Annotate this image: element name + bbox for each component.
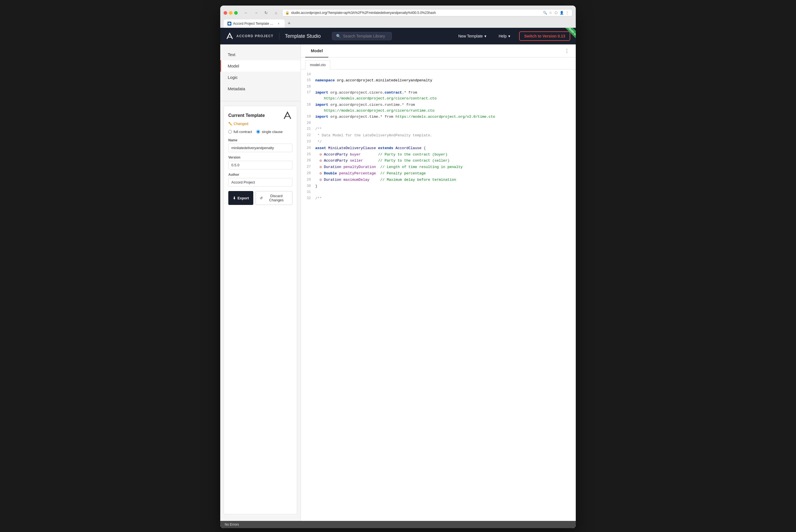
- app-wrapper: ACCORD PROJECT Template Studio 🔍 Search …: [220, 28, 576, 528]
- code-line-18: 18 import org.accordproject.cicero.runti…: [301, 102, 576, 114]
- code-line-22: 22 * Data Model for the LateDeliveryAndP…: [301, 132, 576, 139]
- code-line-17: 17 import org.accordproject.cicero.contr…: [301, 90, 576, 102]
- ct-changed-label: Changed: [233, 121, 248, 126]
- sidebar-item-text[interactable]: Text: [220, 49, 301, 60]
- code-line-16: 16: [301, 84, 576, 90]
- tab-model-label: Model: [311, 48, 323, 53]
- sidebar-nav: Text Model Logic Metadata: [220, 49, 301, 94]
- single-clause-radio[interactable]: [257, 130, 260, 134]
- ct-header: Current Template: [228, 111, 292, 120]
- template-logo-icon: [282, 111, 292, 120]
- code-line-19: 19 import org.accordproject.time.* from …: [301, 114, 576, 120]
- sidebar-item-model[interactable]: Model: [220, 60, 301, 72]
- single-clause-radio-label[interactable]: single clause: [257, 130, 282, 134]
- code-line-27: 27 o Duration penaltyDuration // Length …: [301, 164, 576, 170]
- extensions-icon[interactable]: ⬡: [554, 11, 558, 15]
- code-line-26: 26 o AccordParty seller // Party to the …: [301, 158, 576, 164]
- tab-favicon: [227, 22, 231, 25]
- search-bar[interactable]: 🔍 Search Template Library: [332, 32, 392, 40]
- profile-icon[interactable]: 👤: [560, 11, 564, 15]
- sidebar-item-metadata[interactable]: Metadata: [220, 83, 301, 94]
- help-label: Help: [498, 34, 507, 38]
- full-contract-radio[interactable]: [228, 130, 232, 134]
- help-arrow-icon: ▾: [508, 34, 510, 38]
- code-line-23: 23 */: [301, 139, 576, 145]
- sidebar-item-logic[interactable]: Logic: [220, 72, 301, 83]
- code-line-20: 20: [301, 120, 576, 126]
- more-icon[interactable]: ⋮: [565, 11, 569, 15]
- app-name: Template Studio: [285, 33, 321, 39]
- search-placeholder: Search Template Library: [343, 34, 385, 38]
- navbar: ACCORD PROJECT Template Studio 🔍 Search …: [220, 28, 576, 44]
- status-bar: No Errors: [220, 521, 576, 528]
- full-contract-radio-label[interactable]: full contract: [228, 130, 252, 134]
- browser-window: ← → ↻ ⌂ 🔒 studio.accordproject.org/?temp…: [220, 5, 576, 528]
- status-message: No Errors: [225, 522, 239, 527]
- browser-chrome: ← → ↻ ⌂ 🔒 studio.accordproject.org/?temp…: [220, 5, 576, 28]
- code-line-31: 31: [301, 189, 576, 195]
- export-label: Export: [238, 196, 249, 200]
- name-input[interactable]: [228, 144, 292, 152]
- forward-button[interactable]: →: [252, 9, 260, 17]
- code-line-21: 21 /**: [301, 126, 576, 132]
- close-window-button[interactable]: [224, 11, 227, 15]
- new-tab-button[interactable]: +: [285, 19, 293, 27]
- browser-controls: ← → ↻ ⌂ 🔒 studio.accordproject.org/?temp…: [224, 9, 572, 17]
- single-clause-label: single clause: [262, 130, 282, 134]
- sidebar-item-logic-label: Logic: [228, 75, 238, 80]
- download-icon: ⬇: [233, 196, 236, 200]
- content-tab-actions: ⋮: [563, 46, 571, 55]
- ct-changed-indicator: ✏️ Changed: [228, 121, 292, 126]
- help-button[interactable]: Help ▾: [495, 32, 514, 40]
- traffic-lights: [224, 11, 238, 15]
- sidebar-item-metadata-label: Metadata: [228, 87, 245, 91]
- code-line-30: 30 }: [301, 183, 576, 190]
- minimize-window-button[interactable]: [229, 11, 232, 15]
- tab-title: Accord Project Template Studi...: [233, 22, 275, 25]
- file-tab-model-cto[interactable]: model.cto: [305, 60, 330, 70]
- refresh-button[interactable]: ↻: [262, 9, 270, 17]
- discard-changes-button[interactable]: ↺ Discard Changes: [255, 191, 292, 205]
- file-tabs: model.cto: [301, 57, 576, 70]
- full-contract-label: full contract: [233, 130, 252, 134]
- more-options-button[interactable]: ⋮: [563, 46, 571, 55]
- author-label: Author: [228, 173, 292, 176]
- search-icon[interactable]: 🔍: [543, 11, 547, 15]
- home-button[interactable]: ⌂: [272, 9, 280, 17]
- name-label: Name: [228, 138, 292, 142]
- new-template-button[interactable]: New Template ▾: [455, 32, 490, 40]
- ct-actions: ⬇ Export ↺ Discard Changes: [228, 191, 292, 205]
- code-line-15: 15 namespace org.accordproject.minilated…: [301, 77, 576, 84]
- tab-model[interactable]: Model: [305, 44, 328, 57]
- sidebar: Text Model Logic Metadata: [220, 44, 301, 521]
- maximize-window-button[interactable]: [234, 11, 238, 15]
- switch-version-button[interactable]: Switch to Version 0.13: [519, 31, 570, 41]
- code-line-24: 24 asset MiniLateDeliveryClause extends …: [301, 145, 576, 152]
- code-editor[interactable]: 14 15 namespace org.accordproject.minila…: [301, 70, 576, 521]
- brand-logo-icon: [226, 32, 233, 40]
- export-button[interactable]: ⬇ Export: [228, 191, 253, 205]
- name-field-group: Name: [228, 138, 292, 152]
- ct-radio-group: full contract single clause: [228, 130, 292, 134]
- brand[interactable]: ACCORD PROJECT: [226, 32, 273, 40]
- search-icon: 🔍: [336, 34, 341, 38]
- author-input[interactable]: [228, 178, 292, 187]
- address-bar-icons: 🔍 ☆ ⬡ 👤 ⋮: [543, 11, 569, 15]
- tab-close-button[interactable]: ×: [276, 21, 281, 26]
- version-input[interactable]: [228, 161, 292, 169]
- back-button[interactable]: ←: [242, 9, 250, 17]
- browser-tab[interactable]: Accord Project Template Studi... ×: [224, 19, 285, 28]
- sidebar-divider: [220, 101, 301, 101]
- bookmark-icon[interactable]: ☆: [548, 11, 553, 15]
- author-field-group: Author: [228, 173, 292, 187]
- sidebar-item-text-label: Text: [228, 52, 235, 57]
- content-area: Model ⋮ model.cto 14: [301, 44, 576, 521]
- tabs-bar: Accord Project Template Studi... × +: [224, 19, 572, 28]
- current-template-title: Current Template: [228, 113, 265, 118]
- lock-icon: 🔒: [285, 11, 289, 15]
- code-line-25: 25 o AccordParty buyer // Party to the c…: [301, 152, 576, 158]
- content-tabs: Model ⋮: [301, 44, 576, 57]
- address-text: studio.accordproject.org/?template=ap%3A…: [291, 11, 436, 15]
- brand-name: ACCORD PROJECT: [236, 34, 273, 38]
- address-bar[interactable]: 🔒 studio.accordproject.org/?template=ap%…: [282, 9, 572, 16]
